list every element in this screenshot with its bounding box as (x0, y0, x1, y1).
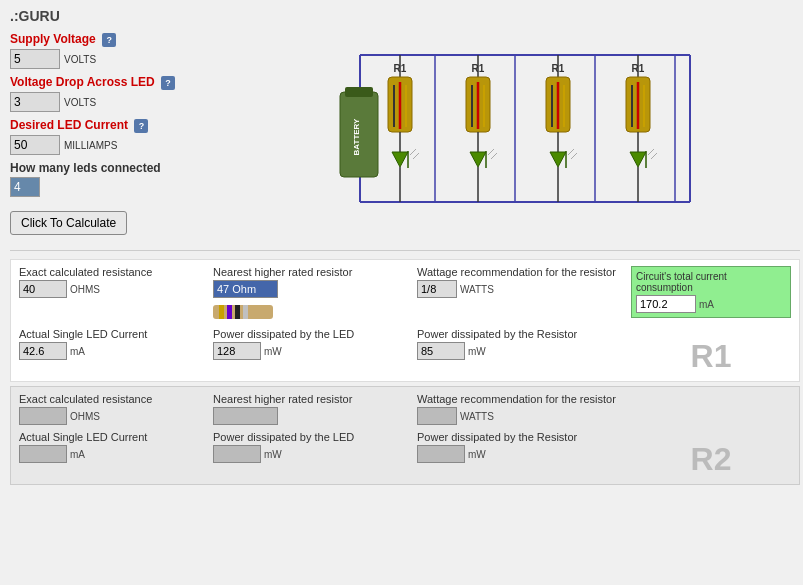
r1-nearest-resistor-row (213, 280, 413, 298)
results-section: Exact calculated resistance OHMS Nearest… (10, 250, 800, 485)
supply-voltage-unit: VOLTS (64, 54, 96, 65)
svg-marker-18 (392, 152, 408, 167)
r2-wattage-cell: Wattage recommendation for the resistor … (417, 393, 627, 425)
r2-actual-current-input[interactable] (19, 445, 67, 463)
svg-line-22 (413, 153, 419, 159)
svg-text:R1: R1 (552, 63, 565, 74)
r1-nearest-resistor-label: Nearest higher rated resistor (213, 266, 413, 278)
r2-power-resistor-row: mW (417, 445, 627, 463)
r2-power-resistor-cell: Power dissipated by the Resistor mW (417, 431, 627, 463)
r2-power-resistor-label: Power dissipated by the Resistor (417, 431, 627, 443)
r1-power-led-input[interactable] (213, 342, 261, 360)
r1-nearest-resistor-cell: Nearest higher rated resistor (213, 266, 413, 322)
leds-connected-label: How many leds connected (10, 161, 210, 175)
voltage-drop-unit: VOLTS (64, 97, 96, 108)
r1-exact-resistance-input[interactable] (19, 280, 67, 298)
r1-resistor-body (213, 305, 273, 319)
svg-line-34 (491, 153, 497, 159)
r1-power-led-cell: Power dissipated by the LED mW (213, 328, 413, 360)
r1-total-current-unit: mA (699, 299, 714, 310)
r1-power-resistor-input[interactable] (417, 342, 465, 360)
r1-power-resistor-label: Power dissipated by the Resistor (417, 328, 627, 340)
svg-line-45 (568, 149, 574, 155)
desired-current-label: Desired LED Current ? (10, 118, 210, 133)
r2-result-row: Exact calculated resistance OHMS Nearest… (10, 386, 800, 485)
r2-actual-current-cell: Actual Single LED Current mA (19, 431, 209, 463)
r1-actual-current-label: Actual Single LED Current (19, 328, 209, 340)
r1-nearest-resistor-input[interactable] (213, 280, 278, 298)
calc-button[interactable]: Click To Calculate (10, 211, 127, 235)
r2-exact-resistance-cell: Exact calculated resistance OHMS (19, 393, 209, 425)
svg-text:BATTERY: BATTERY (352, 118, 361, 156)
r1-power-led-label: Power dissipated by the LED (213, 328, 413, 340)
r1-total-current-cell: Circuit's total current consumption mA (631, 266, 791, 318)
supply-voltage-row: VOLTS (10, 49, 210, 69)
r1-wattage-cell: Wattage recommendation for the resistor … (417, 266, 627, 298)
r1-result-row: Exact calculated resistance OHMS Nearest… (10, 259, 800, 382)
r2-exact-resistance-label: Exact calculated resistance (19, 393, 209, 405)
r2-power-resistor-input[interactable] (417, 445, 465, 463)
voltage-drop-row: VOLTS (10, 92, 210, 112)
svg-text:R1: R1 (394, 63, 407, 74)
desired-current-row: MILLIAMPS (10, 135, 210, 155)
r2-nearest-resistor-label: Nearest higher rated resistor (213, 393, 413, 405)
svg-marker-54 (630, 152, 646, 167)
voltage-drop-label: Voltage Drop Across LED ? (10, 75, 210, 90)
r1-total-current-row: mA (636, 295, 786, 313)
voltage-drop-input[interactable] (10, 92, 60, 112)
r2-top-grid: Exact calculated resistance OHMS Nearest… (19, 393, 791, 425)
r1-band1 (219, 305, 224, 319)
main-container: .:GURU Supply Voltage ? VOLTS Voltage Dr… (0, 0, 803, 585)
r1-actual-current-cell: Actual Single LED Current mA (19, 328, 209, 360)
desired-current-input[interactable] (10, 135, 60, 155)
r1-exact-resistance-cell: Exact calculated resistance OHMS (19, 266, 209, 298)
supply-voltage-input[interactable] (10, 49, 60, 69)
r1-top-grid: Exact calculated resistance OHMS Nearest… (19, 266, 791, 322)
svg-line-46 (571, 153, 577, 159)
r1-resistor-visual (213, 302, 413, 322)
r1-wattage-input[interactable] (417, 280, 457, 298)
r1-exact-resistance-label: Exact calculated resistance (19, 266, 209, 278)
circuit-panel: BATTERY R1 (220, 32, 800, 235)
r2-nearest-resistor-cell: Nearest higher rated resistor (213, 393, 413, 425)
app-title: .:GURU (10, 8, 800, 24)
r2-actual-current-row: mA (19, 445, 209, 463)
top-section: Supply Voltage ? VOLTS Voltage Drop Acro… (10, 32, 800, 235)
r2-bottom-grid: Actual Single LED Current mA Power dissi… (19, 431, 791, 478)
svg-text:R1: R1 (472, 63, 485, 74)
r1-band4 (243, 305, 248, 319)
svg-line-21 (410, 149, 416, 155)
r1-total-current-label: Circuit's total current consumption (636, 271, 786, 293)
desired-current-unit: MILLIAMPS (64, 140, 117, 151)
r1-actual-current-unit: mA (70, 346, 85, 357)
r1-band3 (235, 305, 240, 319)
r2-exact-resistance-input[interactable] (19, 407, 67, 425)
supply-voltage-help-icon[interactable]: ? (102, 33, 116, 47)
r2-exact-resistance-row: OHMS (19, 407, 209, 425)
svg-rect-5 (345, 87, 373, 97)
r1-exact-resistance-row: OHMS (19, 280, 209, 298)
leds-count-row (10, 177, 210, 197)
r2-power-led-input[interactable] (213, 445, 261, 463)
r2-exact-resistance-unit: OHMS (70, 411, 100, 422)
r2-nearest-resistor-input[interactable] (213, 407, 278, 425)
r2-power-led-unit: mW (264, 449, 282, 460)
r1-actual-current-input[interactable] (19, 342, 67, 360)
desired-current-help-icon[interactable]: ? (134, 119, 148, 133)
r1-power-resistor-unit: mW (468, 346, 486, 357)
r1-bottom-grid: Actual Single LED Current mA Power dissi… (19, 328, 791, 375)
r2-wattage-input[interactable] (417, 407, 457, 425)
r1-section-label: R1 (631, 328, 791, 375)
svg-text:R1: R1 (632, 63, 645, 74)
r2-power-resistor-unit: mW (468, 449, 486, 460)
voltage-drop-help-icon[interactable]: ? (161, 76, 175, 90)
r1-power-resistor-row: mW (417, 342, 627, 360)
r1-power-led-row: mW (213, 342, 413, 360)
r1-wattage-unit: WATTS (460, 284, 494, 295)
r2-actual-current-label: Actual Single LED Current (19, 431, 209, 443)
r1-wattage-label: Wattage recommendation for the resistor (417, 266, 627, 278)
r2-actual-current-unit: mA (70, 449, 85, 460)
leds-count-input[interactable] (10, 177, 40, 197)
r2-wattage-label: Wattage recommendation for the resistor (417, 393, 627, 405)
r1-total-current-input[interactable] (636, 295, 696, 313)
